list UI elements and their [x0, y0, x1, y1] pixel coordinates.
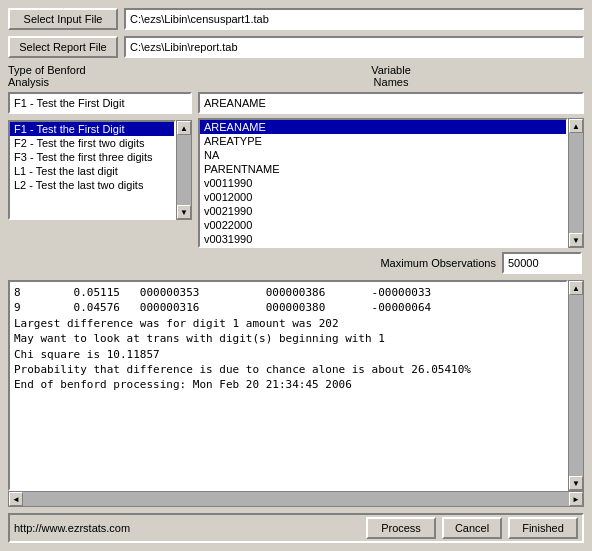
right-panel: VariableNames AREANAME AREANAME AREATYPE… — [198, 64, 584, 274]
output-wrapper: 8 0.05115 000000353 000000386 -00000033 … — [8, 280, 584, 507]
output-line-5: Chi square is 10.11857 — [14, 347, 562, 362]
output-scroll-right[interactable]: ► — [569, 492, 583, 506]
report-file-row: Select Report File — [8, 36, 584, 58]
left-panel: Type of BenfordAnalysis F1 - Test the Fi… — [8, 64, 192, 220]
output-scrollbar-h[interactable]: ◄ ► — [8, 491, 584, 507]
output-area[interactable]: 8 0.05115 000000353 000000386 -00000033 … — [8, 280, 568, 491]
analysis-scrollbar[interactable]: ▲ ▼ — [176, 120, 192, 220]
analysis-item-l2[interactable]: L2 - Test the last two digits — [10, 178, 174, 192]
varlist-item-areaname[interactable]: AREANAME — [200, 120, 566, 134]
varlist-scroll-down[interactable]: ▼ — [569, 233, 583, 247]
output-scroll-track-v — [569, 295, 583, 476]
analysis-scroll-up[interactable]: ▲ — [177, 121, 191, 135]
varlist-item-v0012000[interactable]: v0012000 — [200, 190, 566, 204]
analysis-scroll-down[interactable]: ▼ — [177, 205, 191, 219]
output-scrollbar-v[interactable]: ▲ ▼ — [568, 280, 584, 491]
analysis-item-f3[interactable]: F3 - Test the first three digits — [10, 150, 174, 164]
varlist-scroll-track — [569, 133, 583, 233]
output-scroll-up[interactable]: ▲ — [569, 281, 583, 295]
output-line-6: Probability that difference is due to ch… — [14, 362, 562, 377]
output-line-3: Largest difference was for digit 1 amoun… — [14, 316, 562, 331]
output-line-4: May want to look at trans with digit(s) … — [14, 331, 562, 346]
variable-listbox[interactable]: AREANAME AREATYPE NA PARENTNAME v0011990… — [198, 118, 568, 248]
report-file-field[interactable] — [124, 36, 584, 58]
varlist-item-parentname[interactable]: PARENTNAME — [200, 162, 566, 176]
status-url: http://www.ezrstats.com — [14, 522, 360, 534]
analysis-item-f1[interactable]: F1 - Test the First Digit — [10, 122, 174, 136]
varlist-item-v0011990[interactable]: v0011990 — [200, 176, 566, 190]
output-line-1: 8 0.05115 000000353 000000386 -00000033 — [14, 285, 562, 300]
select-report-button[interactable]: Select Report File — [8, 36, 118, 58]
process-button[interactable]: Process — [366, 517, 436, 539]
variable-names-label: VariableNames — [198, 64, 584, 88]
varlist-item-v0031990[interactable]: v0031990 — [200, 232, 566, 246]
analysis-item-f2[interactable]: F2 - Test the first two digits — [10, 136, 174, 150]
variable-display: AREANAME — [198, 92, 584, 114]
analysis-item-l1[interactable]: L1 - Test the last digit — [10, 164, 174, 178]
input-file-row: Select Input File — [8, 8, 584, 30]
main-window: Select Input File Select Report File Typ… — [0, 0, 592, 551]
bottom-bar: http://www.ezrstats.com Process Cancel F… — [8, 513, 584, 543]
max-obs-label: Maximum Observations — [380, 257, 496, 269]
analysis-selected-display: F1 - Test the First Digit — [8, 92, 192, 114]
analysis-scroll-track — [177, 135, 191, 205]
varlist-item-v0021990[interactable]: v0021990 — [200, 204, 566, 218]
varlist-scrollbar[interactable]: ▲ ▼ — [568, 118, 584, 248]
input-file-field[interactable] — [124, 8, 584, 30]
varlist-item-v0022000[interactable]: v0022000 — [200, 218, 566, 232]
varlist-item-areatype[interactable]: AREATYPE — [200, 134, 566, 148]
output-inner: 8 0.05115 000000353 000000386 -00000033 … — [8, 280, 584, 491]
output-scroll-left[interactable]: ◄ — [9, 492, 23, 506]
output-scroll-track-h — [23, 492, 569, 506]
cancel-button[interactable]: Cancel — [442, 517, 502, 539]
output-line-2: 9 0.04576 000000316 000000380 -00000064 — [14, 300, 562, 315]
max-obs-field[interactable] — [502, 252, 582, 274]
analysis-listbox[interactable]: F1 - Test the First Digit F2 - Test the … — [8, 120, 176, 220]
output-scroll-down[interactable]: ▼ — [569, 476, 583, 490]
varlist-scroll-up[interactable]: ▲ — [569, 119, 583, 133]
select-input-button[interactable]: Select Input File — [8, 8, 118, 30]
middle-section: Type of BenfordAnalysis F1 - Test the Fi… — [8, 64, 584, 274]
finished-button[interactable]: Finished — [508, 517, 578, 539]
benford-label: Type of BenfordAnalysis — [8, 64, 192, 88]
varlist-item-na[interactable]: NA — [200, 148, 566, 162]
output-line-7: End of benford processing: Mon Feb 20 21… — [14, 377, 562, 392]
max-obs-row: Maximum Observations — [198, 252, 584, 274]
